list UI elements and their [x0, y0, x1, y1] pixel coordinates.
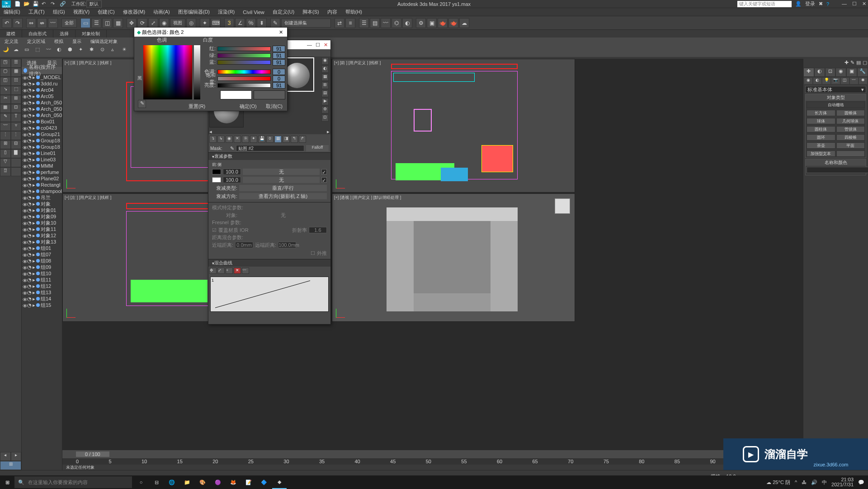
scene-item[interactable]: 👁◔▸Group21	[22, 131, 62, 137]
system-icon[interactable]: ✱	[859, 78, 867, 84]
shelf-icon[interactable]: 🌙	[3, 47, 12, 56]
lt-btn[interactable]: ☷	[11, 77, 22, 86]
lt-btn[interactable]: T	[11, 113, 22, 122]
scene-item[interactable]: 👁◔▸组14	[22, 296, 62, 302]
show-end-result-icon[interactable]: ◨	[283, 136, 290, 143]
align-button[interactable]: ≡	[345, 18, 355, 28]
sat-slider[interactable]	[217, 76, 271, 81]
camera-icon[interactable]: 📷	[831, 78, 840, 84]
create--button[interactable]	[836, 150, 865, 157]
ribbon-tab-freeform[interactable]: 自由形式	[22, 30, 53, 38]
map-name-dropdown[interactable]: 贴图 #2	[236, 145, 304, 151]
ribbon-tab-selection[interactable]: 选择	[53, 30, 75, 38]
cp-tool-icon[interactable]: ▤	[856, 60, 861, 67]
whiteness-slider[interactable]	[194, 45, 200, 99]
shelf-icon[interactable]: ✱	[90, 47, 99, 56]
map2-button[interactable]: 无	[243, 177, 320, 183]
create-几何球体-button[interactable]: 几何球体	[836, 118, 865, 124]
angle-snap-button[interactable]: ∠	[235, 18, 245, 28]
explorer-icon[interactable]: 📁	[180, 475, 194, 489]
red-value[interactable]: 91	[273, 46, 285, 52]
cp-tool-icon[interactable]: ▢	[863, 60, 867, 67]
falloff-dir-dropdown[interactable]: 查看方向(摄影机 Z 轴)	[239, 193, 327, 199]
render-cloud-button[interactable]: ☁	[459, 18, 469, 28]
motion-tab[interactable]: ◉	[835, 68, 846, 77]
scene-item[interactable]: 👁◔▸对象	[22, 201, 62, 207]
menu-customize[interactable]: 自定义(U)	[273, 9, 294, 15]
make-preview-icon[interactable]: ▶	[321, 98, 329, 105]
volume-icon[interactable]: 🔊	[811, 480, 817, 485]
signin-label[interactable]: 登录	[805, 0, 815, 7]
spacewarp-icon[interactable]: 〰	[850, 78, 858, 84]
lt-btn[interactable]: ◫	[0, 77, 11, 86]
app-icon[interactable]: 🔷	[257, 475, 271, 489]
scene-item[interactable]: 👁◔▸组12	[22, 283, 62, 289]
make-copy-icon[interactable]: ⎘	[242, 136, 249, 143]
add-key-icon[interactable]: +	[226, 268, 233, 274]
viewport-layout-button[interactable]: ⊞	[0, 461, 21, 470]
scene-item[interactable]: 👁◔▸组08	[22, 258, 62, 264]
selection-filter-dropdown[interactable]: 全部	[61, 19, 77, 28]
maximize-button[interactable]: ☐	[852, 1, 857, 7]
scene-tree[interactable]: 👁◔▸_MODEL👁◔▸3ddd.ru👁◔▸Arc04👁◔▸Arc05👁◔▸Ar…	[22, 74, 62, 470]
viewport-label[interactable]: [+] [透视 ] [用户定义 ] [默认明暗处理 ]	[334, 195, 401, 201]
unlink-button[interactable]: ⇎	[37, 18, 47, 28]
menu-rendering[interactable]: 渲染(R)	[218, 9, 235, 15]
scene-item[interactable]: 👁◔▸Box01	[22, 118, 62, 125]
shelf-icon[interactable]: ✦	[79, 47, 88, 56]
manipulate-button[interactable]: ✦	[200, 18, 210, 28]
backlight-icon[interactable]: ◐	[321, 66, 329, 73]
scale-key-icon[interactable]: ⤢	[217, 268, 225, 274]
new-icon[interactable]: 📄	[14, 1, 21, 7]
ribbon-sub-3[interactable]: 显示	[68, 38, 86, 45]
scene-item[interactable]: 👁◔▸_MODEL	[22, 74, 62, 80]
menu-graph[interactable]: 图形编辑器(D)	[178, 9, 210, 15]
scene-item[interactable]: 👁◔▸对象01	[22, 207, 62, 213]
shelf-icon[interactable]: ◐	[57, 47, 66, 56]
mirror-button[interactable]: ⇄	[335, 18, 344, 28]
scene-item[interactable]: 👁◔▸MMM	[22, 163, 62, 169]
help-icon[interactable]: ?	[826, 1, 829, 7]
move-button[interactable]: ✥	[127, 18, 137, 28]
scene-item[interactable]: 👁◔▸perfume	[22, 169, 62, 175]
assign-icon[interactable]: ◉	[226, 136, 233, 143]
scene-item[interactable]: 👁◔▸组07	[22, 251, 62, 258]
menu-modifiers[interactable]: 修改器(M)	[123, 9, 146, 15]
scene-item[interactable]: 👁◔▸co0423	[22, 125, 62, 131]
falloff-type-dropdown[interactable]: 垂直/平行	[239, 185, 327, 191]
scene-item[interactable]: 👁◔▸组09	[22, 264, 62, 270]
create-管状体-button[interactable]: 管状体	[836, 126, 865, 132]
window-crossing-button[interactable]: ▦	[113, 18, 123, 28]
select-region-button[interactable]: ◫	[102, 18, 112, 28]
menu-views[interactable]: 视图(V)	[73, 9, 90, 15]
lt-btn[interactable]: ⊞	[11, 95, 22, 104]
infocenter-search[interactable]: 键入关键字或短语	[737, 1, 792, 7]
tray-chevron-icon[interactable]: ^	[795, 480, 797, 485]
color2-swatch[interactable]	[212, 177, 221, 183]
open-icon[interactable]: 📂	[24, 1, 30, 7]
menu-civil[interactable]: Civil View	[243, 9, 264, 15]
notepad-icon[interactable]: 📝	[241, 475, 256, 489]
lt-btn[interactable]: ⬚	[11, 86, 22, 95]
val-value[interactable]: 91	[273, 82, 285, 89]
menu-tools[interactable]: 工具(T)	[28, 9, 45, 15]
amount1-spinner[interactable]: 100.0	[223, 169, 241, 175]
create-圆柱体-button[interactable]: 圆柱体	[807, 126, 835, 132]
object-name-input[interactable]	[807, 167, 868, 173]
reset-button[interactable]: 重置(R)	[189, 103, 205, 110]
ribbon-sub-4[interactable]: 编辑选定对象	[86, 38, 122, 45]
create-圆锥体-button[interactable]: 圆锥体	[836, 110, 865, 116]
viewport-label[interactable]: [+] [左 ] [用户定义 ] [线框 ]	[65, 195, 111, 201]
scene-item[interactable]: 👁◔▸Rectangl	[22, 182, 62, 188]
lt-btn[interactable]: ▿	[11, 122, 22, 131]
color1-swatch[interactable]	[212, 169, 221, 174]
lt-btn[interactable]: ⊞	[0, 140, 11, 149]
sample-type-icon[interactable]: ◉	[321, 57, 329, 65]
select-by-mat-icon[interactable]: ⊡	[321, 114, 329, 122]
lt-btn[interactable]: ☰	[11, 59, 22, 68]
scene-item[interactable]: 👁◔▸Group18	[22, 144, 62, 150]
lt-btn[interactable]: ✎	[0, 113, 11, 122]
render-setup-button[interactable]: ⚙	[416, 18, 426, 28]
clock[interactable]: 21:032021/7/31	[831, 477, 854, 487]
lt-btn[interactable]: ↘	[0, 86, 11, 95]
